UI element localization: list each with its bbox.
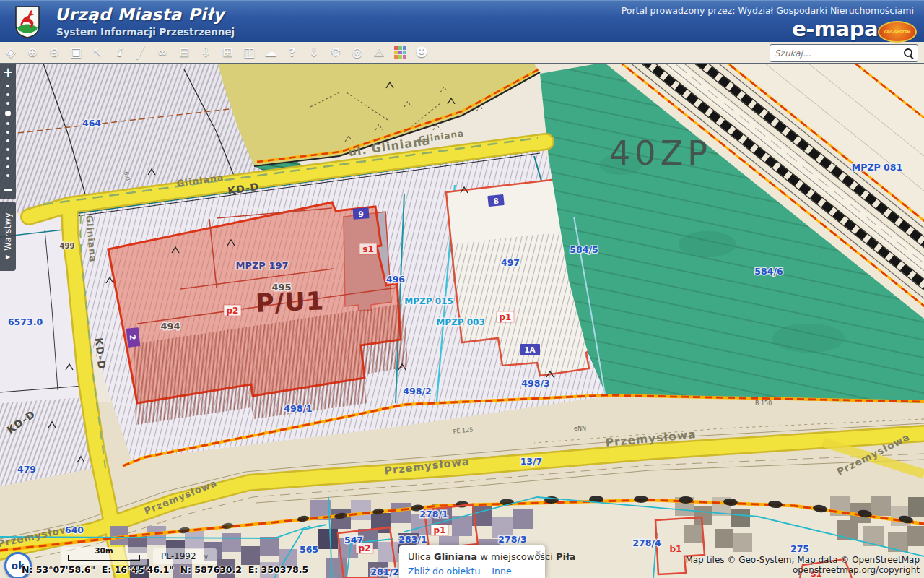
city-coat-of-arms — [13, 4, 42, 39]
subzone-label-p2-south: p2 — [359, 543, 371, 553]
parcel-label-281-2: 281/2 — [370, 566, 398, 577]
legend-icon[interactable] — [394, 46, 406, 59]
zoning-label-mpzp081: MPZP 081 — [852, 162, 902, 173]
attribution-line2[interactable]: openstreetmap.org/copyright — [685, 565, 920, 575]
parcel-label-275: 275 — [790, 543, 809, 554]
info-icon[interactable]: i — [108, 42, 130, 64]
parcel-label-498-1: 498/1 — [284, 403, 312, 414]
layers-tab-label: Warstwy — [3, 212, 13, 251]
layers-icon[interactable]: ◈ — [0, 42, 22, 64]
zoning-label-mpzp015: MPZP 015 — [404, 296, 453, 306]
crs-selector[interactable]: PL-1992 ∨ — [153, 548, 217, 564]
parcel-label-495: 495 — [271, 282, 291, 293]
gps-marker-icon[interactable]: ⇩ — [195, 42, 217, 64]
parcel-label-278-3: 278/3 — [498, 534, 526, 545]
parcel-label-464: 464 — [82, 118, 101, 129]
app-window: Urząd Miasta Piły System Informacji Prze… — [0, 0, 924, 578]
map-toolbar: ◈⊕⊖▣↖i╱∞⊟⇩⊞◫☁?⇓⚙◎⚠☻ — [0, 42, 924, 64]
zoom-rail: + − — [0, 64, 16, 199]
popup-title: Ulica Gliniana w miejscowości Piła — [408, 551, 538, 562]
scale-label: 30m — [61, 547, 147, 555]
report-icon[interactable]: ⚠ — [368, 42, 390, 64]
map-attribution: Map tiles © Geo-System; Map data © OpenS… — [685, 555, 920, 576]
parcel-label-499: 499 — [60, 242, 75, 250]
close-icon[interactable]: ✕ — [534, 548, 542, 558]
subzone-label-b1: b1 — [670, 544, 682, 554]
popup-prefix: Ulica — [408, 551, 431, 562]
scale-bar-bracket — [68, 555, 140, 561]
parcel-label-479: 479 — [17, 464, 36, 475]
select-area-icon[interactable]: ▣ — [65, 42, 87, 64]
emapa-logo[interactable]: e-mapa — [792, 17, 878, 41]
feature-popup: ✕ Ulica Gliniana w miejscowości Piła Zbl… — [399, 545, 545, 578]
expand-arrow-icon: ▶ — [6, 254, 10, 260]
pointer-icon[interactable]: ↖ — [87, 42, 108, 64]
page-title: Urząd Miasta Piły — [55, 5, 225, 24]
util-label-b150: B 150 — [755, 400, 772, 407]
subzone-label-p1-south: p1 — [434, 525, 446, 535]
parcel-label-584-6: 584/6 — [754, 266, 783, 277]
popup-city-name: Piła — [556, 551, 576, 562]
zoning-label-40zp: 40ZP — [609, 134, 712, 173]
zoom-level-slider[interactable] — [0, 79, 16, 182]
crs-value: PL-1992 — [161, 551, 196, 561]
parcel-label-283-1: 283/1 — [398, 534, 427, 545]
search-box — [770, 44, 918, 62]
help-icon[interactable]: ? — [282, 42, 303, 64]
geosystem-badge: GEO-SYSTEM — [878, 21, 917, 43]
parcel-label-498-2: 498/2 — [403, 386, 431, 397]
parcel-label-494: 494 — [160, 321, 180, 332]
parcel-label-640: 640 — [65, 525, 84, 535]
parcel-label-496: 496 — [386, 274, 405, 285]
download-icon[interactable]: ⇓ — [303, 42, 325, 64]
layout-icon[interactable]: ◫ — [238, 42, 260, 64]
coordinate-readout: N: 53°07'58.6" E: 16°45'46.1" N: 587630.… — [22, 564, 308, 575]
link-icon[interactable]: ∞ — [152, 42, 173, 64]
zoom-to-feature-link[interactable]: Zbliż do obiektu — [408, 566, 480, 577]
badge-9: 9 — [358, 210, 364, 218]
map-canvas[interactable]: eNN PE 125 B 150 — [0, 64, 924, 578]
settings-icon[interactable]: ⚙ — [325, 42, 346, 64]
badge-2: 2 — [128, 335, 138, 341]
header-bar: Urząd Miasta Piły System Informacji Prze… — [0, 0, 924, 42]
zoom-in-icon[interactable]: ⊕ — [22, 42, 43, 64]
parcel-label-278-1: 278/1 — [419, 509, 448, 519]
subzone-label-p2: p2 — [227, 306, 239, 316]
zoning-label-mpzp197: MPZP 197 — [235, 260, 288, 271]
other-options-link[interactable]: Inne — [492, 566, 511, 577]
portal-note: Portal prowadzony przez: Wydział Gospoda… — [622, 5, 914, 16]
parcel-label-13-7: 13/7 — [520, 456, 543, 467]
badge-8: 8 — [493, 197, 500, 206]
attribution-line1: Map tiles © Geo-System; Map data © OpenS… — [685, 555, 920, 565]
parcel-label-498-3: 498/3 — [521, 378, 549, 389]
page-subtitle: System Informacji Przestrzennej — [56, 26, 235, 38]
polygon-icon[interactable]: ☁ — [260, 42, 282, 64]
zoom-in-button[interactable]: + — [0, 65, 16, 79]
measure-icon[interactable]: ╱ — [130, 42, 152, 64]
feedback-icon[interactable]: ☻ — [411, 42, 432, 64]
parcel-label-278-4: 278/4 — [632, 538, 661, 548]
scale-bar: 30m — [61, 547, 147, 565]
print-icon[interactable]: ⊟ — [173, 42, 195, 64]
chevron-down-icon: ∨ — [204, 553, 209, 561]
search-icon[interactable] — [903, 48, 915, 59]
parcel-label-565: 565 — [300, 544, 318, 555]
zoom-out-icon[interactable]: ⊖ — [43, 42, 65, 64]
parcel-label-584-5: 584/5 — [570, 244, 598, 255]
parcel-label-6573: 6573.0 — [8, 316, 43, 327]
subzone-label-s1: s1 — [362, 244, 374, 254]
util-label-enn: eNN — [574, 426, 586, 432]
parcel-label-497: 497 — [501, 257, 520, 268]
copy-view-icon[interactable]: ⊞ — [217, 42, 238, 64]
zoning-label-mpzp003: MPZP 003 — [436, 317, 484, 327]
layers-panel-tab[interactable]: Warstwy ▶ — [0, 202, 16, 271]
zoom-out-button[interactable]: − — [0, 182, 16, 197]
locate-icon[interactable]: ◎ — [346, 42, 368, 64]
search-input[interactable] — [770, 48, 903, 59]
badge-1a: 1A — [524, 345, 536, 354]
subzone-label-p1: p1 — [500, 312, 512, 322]
popup-street-name: Gliniana — [434, 551, 477, 562]
